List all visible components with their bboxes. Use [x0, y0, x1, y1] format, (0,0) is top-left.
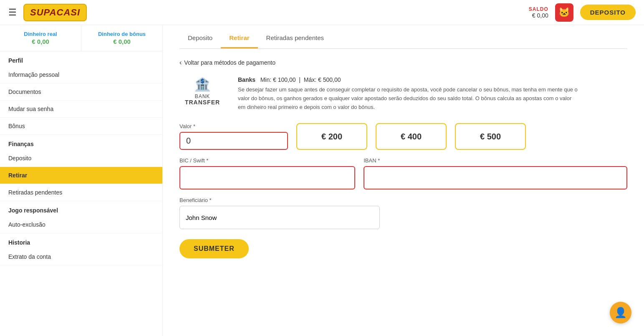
sidebar-item-retiradas-pendentes[interactable]: Retiradas pendentes [0, 184, 162, 201]
bank-description: Se desejar fazer um saque antes de conse… [238, 86, 580, 111]
chat-bubble[interactable]: 👤 [610, 302, 631, 323]
hamburger-icon[interactable]: ☰ [8, 7, 17, 18]
bank-logo: 🏦 BANK TRANSFER [179, 76, 225, 106]
back-link[interactable]: ‹ Voltar para métodos de pagamento [179, 59, 627, 66]
balance-real-amount: € 0,00 [8, 38, 73, 45]
beneficiary-field-wrapper: Beneficiário * [179, 197, 380, 229]
tab-retirar[interactable]: Retirar [221, 28, 258, 48]
saldo-block: SALDO € 0,00 [529, 6, 548, 19]
iban-label: IBAN * [364, 157, 627, 164]
bank-info-row: 🏦 BANK TRANSFER Banks Min: € 100,00 | Má… [179, 76, 627, 111]
iban-field-wrapper: IBAN * [364, 157, 627, 189]
tab-retiradas-pendentes[interactable]: Retiradas pendentes [258, 28, 332, 48]
bank-logo-text: BANK TRANSFER [185, 93, 220, 106]
sidebar-item-documentos[interactable]: Documentos [0, 83, 162, 101]
bank-limits: Banks Min: € 100,00 | Máx: € 500,00 [238, 76, 580, 83]
sidebar-item-retirar[interactable]: Retirar [0, 167, 162, 184]
sidebar-balance: Dinheiro real € 0,00 Dinheiro de bônus €… [0, 25, 162, 51]
sidebar: Dinheiro real € 0,00 Dinheiro de bônus €… [0, 25, 163, 336]
back-link-text: Voltar para métodos de pagamento [184, 59, 275, 66]
header-right: SALDO € 0,00 🐱 DEPOSITO [529, 3, 636, 22]
form-valor-row: Valor * € 200 € 400 € 500 [179, 123, 627, 150]
main-content: Deposito Retirar Retiradas pendentes ‹ V… [163, 25, 644, 336]
valor-input[interactable] [186, 136, 281, 146]
submit-button[interactable]: SUBMETER [179, 239, 249, 258]
deposito-button[interactable]: DEPOSITO [580, 5, 636, 20]
balance-real-label: Dinheiro real [8, 31, 73, 37]
layout: Dinheiro real € 0,00 Dinheiro de bônus €… [0, 25, 644, 336]
valor-field-group: Valor * [179, 123, 288, 150]
sidebar-item-auto-exclusao[interactable]: Auto-exclusão [0, 216, 162, 233]
valor-label: Valor * [179, 123, 288, 129]
valor-field [179, 132, 288, 150]
section-title-perfil: Perfil [0, 51, 162, 66]
header-left: ☰ SUPACASI [8, 4, 87, 21]
sidebar-item-extrato[interactable]: Extrato da conta [0, 248, 162, 265]
bank-details: Banks Min: € 100,00 | Máx: € 500,00 Se d… [238, 76, 580, 111]
section-title-historia: Historia [0, 233, 162, 248]
balance-bonus: Dinheiro de bônus € 0,00 [81, 25, 162, 51]
section-title-jogo: Jogo responsável [0, 201, 162, 216]
bic-field-wrapper: BIC / Swift * [179, 157, 355, 189]
beneficiary-input[interactable] [179, 206, 380, 229]
tabs-bar: Deposito Retirar Retiradas pendentes [179, 25, 627, 49]
saldo-label: SALDO [529, 6, 548, 12]
balance-bonus-amount: € 0,00 [90, 38, 154, 45]
chat-icon: 👤 [614, 307, 627, 318]
iban-input[interactable] [364, 166, 627, 189]
balance-bonus-label: Dinheiro de bônus [90, 31, 154, 37]
quick-amount-400[interactable]: € 400 [376, 123, 447, 150]
beneficiary-label: Beneficiário * [179, 197, 380, 203]
cat-icon[interactable]: 🐱 [555, 3, 573, 22]
bank-building-icon: 🏦 [194, 76, 211, 92]
sidebar-item-senha[interactable]: Mudar sua senha [0, 101, 162, 118]
logo[interactable]: SUPACASI [23, 4, 87, 21]
saldo-value: € 0,00 [529, 12, 548, 19]
sidebar-item-deposito[interactable]: Deposito [0, 150, 162, 167]
sidebar-item-informacao[interactable]: Informação pessoal [0, 66, 162, 83]
quick-amount-200[interactable]: € 200 [296, 123, 367, 150]
tab-deposito[interactable]: Deposito [179, 28, 221, 48]
header: ☰ SUPACASI SALDO € 0,00 🐱 DEPOSITO [0, 0, 644, 25]
quick-amount-500[interactable]: € 500 [455, 123, 526, 150]
bic-iban-row: BIC / Swift * IBAN * [179, 157, 627, 189]
section-title-financas: Finanças [0, 135, 162, 150]
back-arrow-icon: ‹ [179, 59, 182, 66]
balance-real: Dinheiro real € 0,00 [0, 25, 81, 51]
sidebar-item-bonus[interactable]: Bônus [0, 118, 162, 135]
bic-label: BIC / Swift * [179, 157, 355, 164]
bic-input[interactable] [179, 166, 355, 189]
